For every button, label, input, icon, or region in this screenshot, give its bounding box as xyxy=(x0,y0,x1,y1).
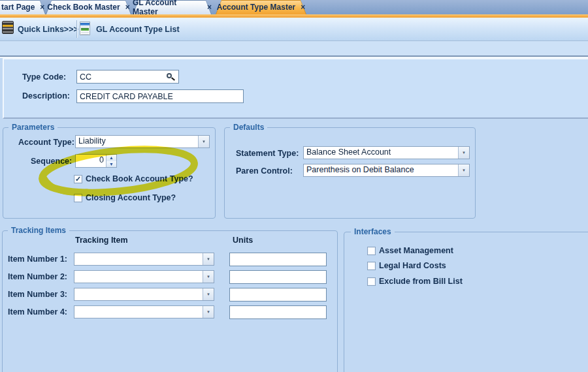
units-column-header: Units xyxy=(233,236,253,245)
exclude-from-bill-list-checkbox[interactable] xyxy=(367,277,376,286)
sequence-label: Sequence: xyxy=(31,157,72,166)
type-code-input[interactable] xyxy=(76,70,179,84)
tab-account-type-master[interactable]: Account Type Master × xyxy=(216,0,306,14)
item-number-4-dropdown[interactable]: ▼ xyxy=(74,305,214,318)
description-label: Description: xyxy=(22,91,70,101)
account-type-master-window: tart Page × Check Book Master × GL Accou… xyxy=(0,0,588,372)
chevron-down-icon[interactable]: ▼ xyxy=(203,288,214,300)
type-code-label: Type Code: xyxy=(22,72,66,82)
item-number-2-value xyxy=(74,271,203,283)
check-icon: ✓ xyxy=(75,176,81,183)
tab-check-book-master[interactable]: Check Book Master × xyxy=(46,0,131,14)
statement-type-value: Balance Sheet Account xyxy=(304,147,458,159)
item-number-3-label: Item Number 3: xyxy=(8,290,67,299)
close-icon[interactable]: × xyxy=(125,3,130,11)
tab-label: Check Book Master xyxy=(47,3,120,12)
check-book-account-type-label: Check Book Account Type? xyxy=(86,174,193,183)
tab-start-page[interactable]: tart Page × xyxy=(0,0,46,14)
toolbar-separator xyxy=(76,20,77,38)
account-type-value: Liability xyxy=(76,136,198,147)
tab-gl-account-master[interactable]: GL Account Master × xyxy=(133,0,212,14)
paren-control-dropdown[interactable]: Parenthesis on Debit Balance ▼ xyxy=(303,164,470,177)
sequence-stepper[interactable]: 0 ▲ ▼ xyxy=(75,154,117,168)
statement-type-dropdown[interactable]: Balance Sheet Account ▼ xyxy=(303,146,470,159)
units-2-input[interactable] xyxy=(229,270,327,284)
check-book-account-type-checkbox[interactable]: ✓ xyxy=(74,175,82,183)
chevron-down-icon[interactable]: ▼ xyxy=(458,147,469,159)
toolbar-substrip xyxy=(0,41,588,55)
item-number-4-label: Item Number 4: xyxy=(8,307,67,317)
asset-management-checkbox[interactable] xyxy=(367,247,376,255)
paren-control-value: Parenthesis on Debit Balance xyxy=(304,164,458,176)
item-number-1-label: Item Number 1: xyxy=(8,255,67,264)
exclude-from-bill-list-label: Exclude from Bill List xyxy=(379,277,463,286)
units-3-input[interactable] xyxy=(229,288,327,302)
account-type-list-icon xyxy=(80,22,90,35)
sequence-value: 0 xyxy=(76,155,106,167)
quick-links-button[interactable]: Quick Links>>> xyxy=(18,25,78,34)
legal-hard-costs-label: Legal Hard Costs xyxy=(379,261,446,270)
tab-label: tart Page xyxy=(1,3,35,12)
item-number-3-value xyxy=(74,288,203,300)
defaults-group-title: Defaults xyxy=(230,123,267,132)
tab-label: Account Type Master xyxy=(217,3,295,12)
gl-account-type-list-button[interactable]: GL Account Type List xyxy=(96,25,180,34)
item-number-1-value xyxy=(74,253,203,265)
closing-account-type-checkbox[interactable] xyxy=(74,194,82,202)
close-icon[interactable]: × xyxy=(207,3,212,11)
units-1-input[interactable] xyxy=(229,253,327,266)
legal-hard-costs-checkbox[interactable] xyxy=(367,262,376,270)
item-number-3-dropdown[interactable]: ▼ xyxy=(74,288,214,301)
close-icon[interactable]: × xyxy=(40,3,44,11)
chevron-down-icon[interactable]: ▼ xyxy=(203,271,214,283)
closing-account-type-label: Closing Account Type? xyxy=(86,193,176,202)
description-input[interactable] xyxy=(76,89,244,103)
item-number-4-value xyxy=(74,306,203,318)
search-icon[interactable] xyxy=(167,73,174,80)
chevron-down-icon[interactable]: ▼ xyxy=(203,253,214,265)
account-type-label: Account Type: xyxy=(18,138,74,147)
chevron-down-icon[interactable]: ▼ xyxy=(458,164,469,176)
close-icon[interactable]: × xyxy=(301,3,305,11)
quick-links-icon xyxy=(2,21,14,34)
account-type-dropdown[interactable]: Liability ▼ xyxy=(75,135,210,148)
record-header-panel xyxy=(3,58,588,119)
chevron-down-icon[interactable]: ▼ xyxy=(198,136,209,147)
paren-control-label: Paren Control: xyxy=(236,166,293,176)
tracking-items-group-title: Tracking Items xyxy=(8,226,69,235)
asset-management-label: Asset Management xyxy=(379,246,453,255)
chevron-down-icon[interactable]: ▼ xyxy=(203,306,214,318)
item-number-2-dropdown[interactable]: ▼ xyxy=(74,270,214,283)
interfaces-group-title: Interfaces xyxy=(351,227,395,236)
spin-up-icon[interactable]: ▲ xyxy=(106,155,116,161)
tracking-item-column-header: Tracking Item xyxy=(75,236,128,245)
spin-down-icon[interactable]: ▼ xyxy=(106,161,116,168)
parameters-group-title: Parameters xyxy=(8,123,57,132)
item-number-2-label: Item Number 2: xyxy=(8,272,67,281)
units-4-input[interactable] xyxy=(229,305,327,319)
statement-type-label: Statement Type: xyxy=(236,149,299,158)
item-number-1-dropdown[interactable]: ▼ xyxy=(74,253,214,266)
